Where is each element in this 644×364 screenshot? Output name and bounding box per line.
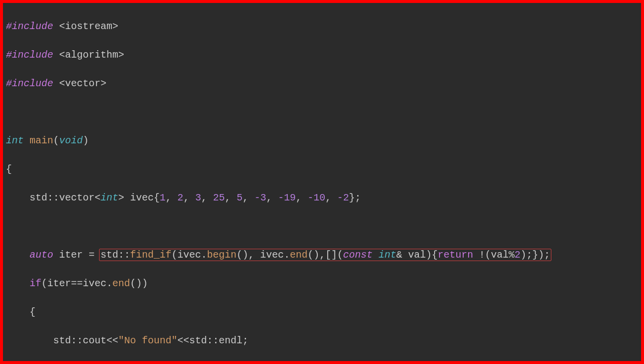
code-line: std::vector<int> ivec{1, 2, 3, 25, 5, -3… xyxy=(6,191,638,205)
preproc-directive: #include xyxy=(6,21,53,32)
include-header: <algorithm> xyxy=(53,49,124,61)
find-if-call: find_if xyxy=(130,249,171,261)
string-literal: "No found" xyxy=(118,335,177,346)
code-line: { xyxy=(6,162,638,176)
if-keyword: if xyxy=(30,278,41,289)
function-name: main xyxy=(24,135,53,146)
type-keyword: int xyxy=(6,135,24,146)
code-line: int main(void) xyxy=(6,133,638,148)
code-line: if(iter==ivec.end()) xyxy=(6,276,638,291)
preproc-directive: #include xyxy=(6,49,53,61)
code-editor[interactable]: #include <iostream> #include <algorithm>… xyxy=(3,3,641,361)
code-line xyxy=(6,105,638,119)
code-line: #include <algorithm> xyxy=(6,48,638,62)
include-header: <vector> xyxy=(53,78,106,89)
code-line: #include <iostream> xyxy=(6,19,638,33)
auto-keyword: auto xyxy=(30,249,53,261)
code-line: std::cout<<"No found"<<std::endl; xyxy=(6,333,638,348)
void-keyword: void xyxy=(59,135,83,146)
code-line: auto iter = std::find_if(ivec.begin(), i… xyxy=(6,248,638,262)
code-line: { xyxy=(6,305,638,319)
code-line xyxy=(6,219,638,233)
highlighted-expression: std::find_if(ivec.begin(), ivec.end(),[]… xyxy=(99,249,551,261)
preproc-directive: #include xyxy=(6,78,53,89)
include-header: <iostream> xyxy=(53,21,118,32)
code-line: #include <vector> xyxy=(6,76,638,91)
